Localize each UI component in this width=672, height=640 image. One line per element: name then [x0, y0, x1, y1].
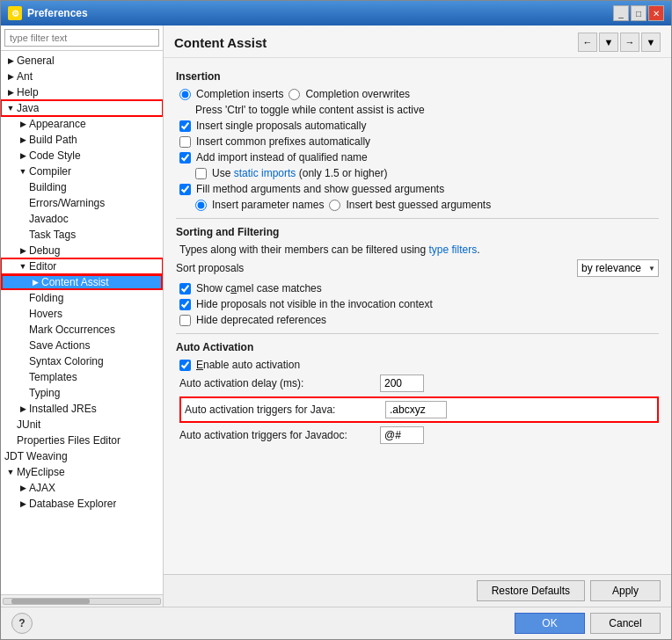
sidebar-item-typing[interactable]: Typing: [1, 385, 163, 401]
sidebar-item-ajax[interactable]: ▶ AJAX: [1, 480, 163, 496]
hide-not-visible-checkbox[interactable]: [179, 299, 191, 310]
toggle-appearance[interactable]: ▶: [17, 118, 29, 130]
minimize-button[interactable]: _: [613, 5, 629, 21]
toggle-ajax[interactable]: ▶: [17, 482, 29, 494]
sidebar-item-building[interactable]: Building: [1, 179, 163, 195]
toggle-help[interactable]: ▶: [4, 86, 17, 98]
sidebar-item-java[interactable]: ▼ Java: [1, 100, 163, 116]
toggle-code-style[interactable]: ▶: [17, 149, 29, 162]
delay-label: Auto activation delay (ms):: [179, 377, 373, 389]
toggle-build-path[interactable]: ▶: [17, 134, 29, 146]
sidebar-item-database-explorer[interactable]: ▶ Database Explorer: [1, 496, 163, 512]
type-filters-row: Types along with their members can be fi…: [176, 244, 659, 256]
delay-input[interactable]: [380, 375, 424, 392]
sidebar-item-ant[interactable]: ▶ Ant: [1, 69, 163, 84]
sidebar-item-compiler[interactable]: ▼ Compiler: [1, 164, 163, 179]
filter-input[interactable]: [4, 29, 159, 47]
toggle-content-assist[interactable]: ▶: [29, 276, 41, 288]
sidebar-item-appearance[interactable]: ▶ Appearance: [1, 116, 163, 132]
insert-param-radio[interactable]: [195, 200, 207, 211]
nav-dropdown2[interactable]: ▼: [641, 33, 661, 52]
java-triggers-input[interactable]: [385, 401, 447, 418]
type-filters-link[interactable]: type filters: [428, 244, 477, 256]
sidebar-item-general[interactable]: ▶ General: [1, 53, 163, 69]
sidebar-item-templates[interactable]: Templates: [1, 369, 163, 385]
add-import-checkbox[interactable]: [179, 152, 191, 164]
enable-auto-checkbox[interactable]: [179, 360, 191, 371]
window-title: Preferences: [27, 7, 88, 19]
toggle-general[interactable]: ▶: [4, 55, 17, 67]
ok-button[interactable]: OK: [515, 613, 585, 634]
hide-deprecated-row: Hide deprecated references: [176, 314, 659, 326]
sorting-section-title: Sorting and Filtering: [176, 226, 659, 238]
add-import-row: Add import instead of qualified name: [176, 151, 659, 164]
cancel-button[interactable]: Cancel: [590, 613, 661, 634]
completion-overwrites-label: Completion overwrites: [305, 88, 410, 100]
sidebar-item-code-style[interactable]: ▶ Code Style: [1, 148, 163, 164]
sidebar-item-editor[interactable]: ▼ Editor: [1, 258, 163, 274]
sidebar-item-debug[interactable]: ▶ Debug: [1, 243, 163, 258]
toggle-editor[interactable]: ▼: [17, 260, 29, 273]
toggle-ant[interactable]: ▶: [4, 70, 17, 83]
sort-select[interactable]: by relevance: [577, 259, 659, 277]
sidebar-item-task-tags[interactable]: Task Tags: [1, 227, 163, 243]
sort-select-wrap: by relevance: [577, 259, 659, 277]
insert-single-label: Insert single proposals automatically: [196, 120, 366, 132]
toggle-installed-jres[interactable]: ▶: [17, 403, 29, 415]
hide-deprecated-label: Hide deprecated references: [196, 314, 326, 326]
sidebar: ▶ General ▶ Ant ▶ Help ▼ Java: [1, 25, 164, 607]
nav-dropdown[interactable]: ▼: [599, 33, 618, 52]
panel-header: Content Assist ← ▼ → ▼: [164, 25, 671, 58]
sidebar-item-mark-occurrences[interactable]: Mark Occurrences: [1, 322, 163, 338]
completion-inserts-radio[interactable]: [179, 89, 191, 100]
maximize-button[interactable]: □: [631, 5, 646, 21]
use-static-row: Use static imports (only 1.5 or higher): [176, 167, 659, 179]
back-button[interactable]: ←: [578, 33, 597, 52]
help-button[interactable]: ?: [11, 613, 33, 634]
scrollbar-thumb[interactable]: [11, 599, 90, 604]
static-imports-link[interactable]: static imports: [234, 167, 296, 179]
title-buttons: _ □ ✕: [613, 5, 664, 21]
insert-common-checkbox[interactable]: [179, 136, 191, 148]
show-camel-checkbox[interactable]: [179, 283, 191, 295]
sidebar-item-build-path[interactable]: ▶ Build Path: [1, 132, 163, 148]
toggle-database-explorer[interactable]: ▶: [17, 498, 29, 510]
restore-defaults-button[interactable]: Restore Defaults: [477, 580, 585, 601]
sidebar-item-myeclipse[interactable]: ▼ MyEclipse: [1, 464, 163, 480]
sidebar-item-save-actions[interactable]: Save Actions: [1, 338, 163, 353]
sidebar-item-properties-files[interactable]: Properties Files Editor: [1, 433, 163, 448]
type-filters-desc: Types along with their members can be fi…: [179, 244, 480, 256]
toggle-compiler[interactable]: ▼: [17, 165, 29, 178]
sidebar-item-jdt-weaving[interactable]: JDT Weaving: [1, 448, 163, 464]
sidebar-item-content-assist[interactable]: ▶ Content Assist: [1, 274, 163, 290]
sidebar-item-syntax-coloring[interactable]: Syntax Coloring: [1, 353, 163, 369]
insert-param-label: Insert parameter names: [212, 199, 324, 211]
show-camel-row: Show camel case matches: [176, 282, 659, 295]
javadoc-triggers-row: Auto activation triggers for Javadoc:: [176, 426, 659, 444]
toggle-debug[interactable]: ▶: [17, 244, 29, 257]
sidebar-item-hovers[interactable]: Hovers: [1, 306, 163, 322]
sidebar-item-errors-warnings[interactable]: Errors/Warnings: [1, 195, 163, 211]
use-static-checkbox[interactable]: [195, 168, 207, 179]
forward-button[interactable]: →: [620, 33, 639, 52]
sidebar-item-help[interactable]: ▶ Help: [1, 84, 163, 100]
fill-method-label: Fill method arguments and show guessed a…: [196, 183, 444, 195]
javadoc-triggers-input[interactable]: [380, 426, 424, 444]
apply-button[interactable]: Apply: [590, 580, 661, 601]
sidebar-item-installed-jres[interactable]: ▶ Installed JREs: [1, 401, 163, 417]
close-button[interactable]: ✕: [648, 5, 664, 21]
insert-single-checkbox[interactable]: [179, 120, 191, 132]
toggle-myeclipse[interactable]: ▼: [4, 466, 17, 478]
insert-best-radio[interactable]: [329, 200, 340, 211]
toggle-java[interactable]: ▼: [4, 102, 17, 114]
completion-overwrites-radio[interactable]: [289, 89, 300, 100]
insert-common-label: Insert common prefixes automatically: [196, 135, 370, 148]
sidebar-item-folding[interactable]: Folding: [1, 290, 163, 306]
hide-deprecated-checkbox[interactable]: [179, 315, 191, 326]
fill-method-checkbox[interactable]: [179, 184, 191, 195]
sidebar-item-javadoc[interactable]: Javadoc: [1, 211, 163, 227]
sort-proposals-label: Sort proposals: [176, 262, 244, 274]
ctrl-toggle-hint-row: Press 'Ctrl' to toggle while content ass…: [176, 104, 659, 116]
sidebar-item-junit[interactable]: JUnit: [1, 417, 163, 433]
footer-left: ?: [11, 613, 509, 634]
